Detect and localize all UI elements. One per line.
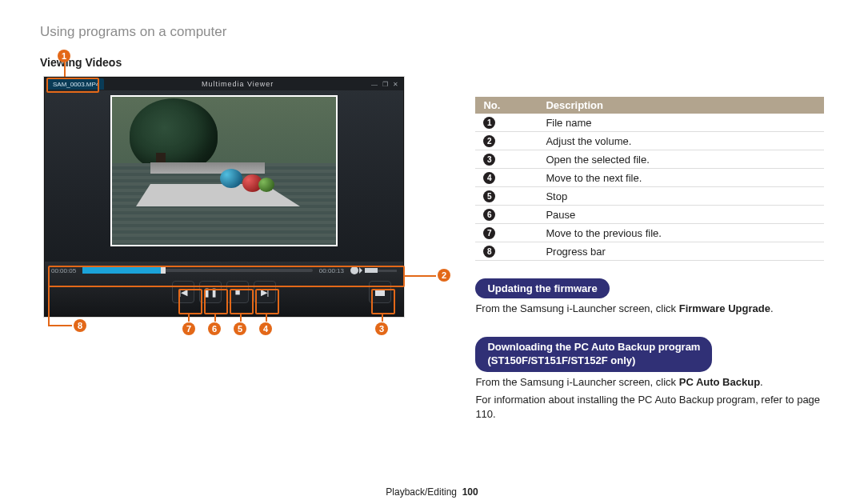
volume-slider[interactable] (365, 270, 397, 272)
th-no: No. (475, 97, 538, 114)
subheading-viewing-videos: Viewing Videos (0, 40, 864, 73)
viewer-titlebar: SAM_0003.MP4 Multimedia Viewer — ❐ ✕ (45, 78, 403, 90)
callout-6: 6 (208, 322, 221, 335)
table-row: 5Stop (475, 187, 824, 206)
callout-3: 3 (375, 322, 388, 335)
video-frame (110, 95, 338, 246)
grow-icon[interactable]: ❐ (382, 81, 388, 88)
previous-button[interactable]: |◀ (172, 281, 194, 303)
file-name-tab: SAM_0003.MP4 (48, 78, 104, 90)
backup-paragraph-1: From the Samsung i-Launcher screen, clic… (475, 375, 824, 390)
viewer-wrap: SAM_0003.MP4 Multimedia Viewer — ❐ ✕ (40, 77, 455, 317)
pause-button[interactable]: ❚❚ (199, 281, 222, 303)
firmware-paragraph: From the Samsung i-Launcher screen, clic… (475, 302, 824, 316)
backup-paragraph-2: For information about installing the PC … (475, 393, 824, 422)
progress-bar[interactable] (82, 269, 313, 272)
th-desc: Description (538, 97, 824, 114)
controls-area: 00:00:05 00:00:13 |◀ ❚❚ ■ ▶| (45, 262, 403, 316)
volume-icon[interactable] (350, 266, 358, 274)
minimize-icon[interactable]: — (371, 81, 378, 88)
left-column: SAM_0003.MP4 Multimedia Viewer — ❐ ✕ (40, 73, 455, 426)
elapsed-time: 00:00:05 (51, 267, 76, 274)
table-row: 1File name (475, 114, 824, 132)
window-title: Multimedia Viewer (104, 80, 371, 88)
total-time: 00:00:13 (319, 267, 344, 274)
table-row: 3Open the selected file. (475, 150, 824, 169)
open-file-button[interactable] (369, 281, 391, 303)
pill-pc-auto-backup: Downloading the PC Auto Backup program (… (475, 337, 712, 372)
folder-icon (375, 288, 385, 296)
callout-2: 2 (438, 269, 450, 282)
callout-4: 4 (259, 322, 272, 335)
pill-updating-firmware: Updating the firmware (475, 278, 609, 298)
table-row: 7Move to the previous file. (475, 224, 824, 242)
callout-7: 7 (182, 322, 195, 335)
stop-button[interactable]: ■ (226, 281, 249, 303)
callout-8: 8 (74, 319, 86, 332)
table-row: 6Pause (475, 206, 824, 224)
table-row: 2Adjust the volume. (475, 132, 824, 150)
multimedia-viewer-window: SAM_0003.MP4 Multimedia Viewer — ❐ ✕ (44, 77, 404, 317)
callout-table: No. Description 1File name 2Adjust the v… (475, 97, 824, 261)
table-row: 4Move to the next file. (475, 169, 824, 187)
table-row: 8Progress bar (475, 242, 824, 261)
next-button[interactable]: ▶| (254, 281, 276, 303)
page-footer: Playback/Editing 100 (0, 486, 864, 498)
callout-5: 5 (234, 322, 246, 335)
section-title: Using programs on a computer (0, 0, 864, 40)
media-area (45, 90, 403, 254)
close-icon[interactable]: ✕ (393, 81, 398, 88)
right-column: No. Description 1File name 2Adjust the v… (455, 73, 824, 426)
callout-1: 1 (58, 50, 70, 62)
